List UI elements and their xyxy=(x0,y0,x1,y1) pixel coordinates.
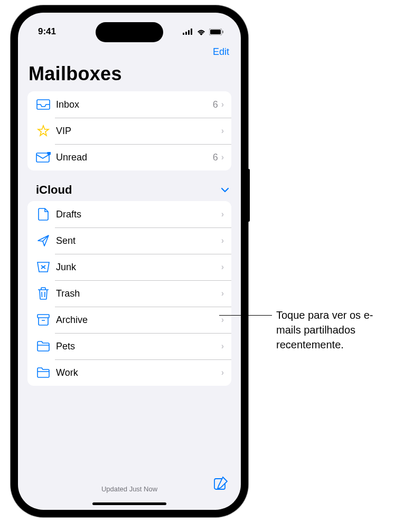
svg-rect-2 xyxy=(188,30,190,35)
chevron-right-icon: › xyxy=(221,236,224,245)
svg-rect-7 xyxy=(36,153,49,162)
trash-icon xyxy=(35,287,52,300)
mailbox-junk[interactable]: Junk › xyxy=(27,254,231,280)
chevron-right-icon: › xyxy=(221,262,224,272)
mailbox-label: Drafts xyxy=(56,209,221,220)
status-time: 9:41 xyxy=(38,26,56,37)
mailbox-work[interactable]: Work › xyxy=(27,359,231,386)
svg-rect-0 xyxy=(183,33,184,35)
svg-rect-1 xyxy=(185,32,187,35)
chevron-down-icon xyxy=(221,187,229,193)
mailbox-pets[interactable]: Pets › xyxy=(27,333,231,359)
svg-rect-3 xyxy=(191,28,192,35)
mailbox-unread[interactable]: Unread 6 › xyxy=(27,144,231,170)
svg-rect-5 xyxy=(210,30,221,34)
mailbox-label: Work xyxy=(56,367,221,378)
callout-text: Toque para ver os e-mails partilhados re… xyxy=(276,308,398,352)
svg-rect-6 xyxy=(222,31,223,33)
svg-rect-9 xyxy=(37,315,49,318)
chevron-right-icon: › xyxy=(221,289,224,298)
mailbox-label: Trash xyxy=(56,288,221,299)
section-header-label: iCloud xyxy=(36,183,72,197)
mailbox-label: Sent xyxy=(56,235,221,246)
mailbox-count: 6 xyxy=(213,152,218,163)
mailbox-count: 6 xyxy=(213,99,218,110)
update-status: Updated Just Now xyxy=(101,485,157,493)
chevron-right-icon: › xyxy=(221,368,224,377)
mailbox-inbox[interactable]: Inbox 6 › xyxy=(27,91,231,118)
junk-icon xyxy=(35,262,52,272)
sent-icon xyxy=(35,234,52,247)
mailbox-label: Inbox xyxy=(56,99,213,110)
chevron-right-icon: › xyxy=(221,210,224,219)
compose-button[interactable] xyxy=(213,476,228,491)
cellular-icon xyxy=(183,28,193,35)
inbox-icon xyxy=(35,99,52,110)
mailbox-sent[interactable]: Sent › xyxy=(27,227,231,254)
home-indicator[interactable] xyxy=(92,502,166,505)
svg-point-8 xyxy=(48,152,51,155)
nav-bar: Edit xyxy=(18,41,241,60)
mailbox-vip[interactable]: VIP › xyxy=(27,118,231,144)
archive-icon xyxy=(35,314,52,326)
top-mailboxes-section: Inbox 6 › VIP › Unread 6 › xyxy=(27,91,231,170)
folder-icon xyxy=(35,341,52,352)
wifi-icon xyxy=(196,28,206,35)
mailbox-label: Pets xyxy=(56,341,221,352)
mailbox-archive[interactable]: Archive › xyxy=(27,307,231,333)
mailbox-label: Unread xyxy=(56,152,213,163)
draft-icon xyxy=(35,208,52,221)
star-icon xyxy=(35,125,52,137)
status-indicators xyxy=(183,28,224,35)
mailbox-label: VIP xyxy=(56,126,221,137)
edit-button[interactable]: Edit xyxy=(213,46,229,58)
chevron-right-icon: › xyxy=(221,153,224,162)
chevron-right-icon: › xyxy=(221,126,224,136)
chevron-right-icon: › xyxy=(221,100,224,109)
icloud-section-header[interactable]: iCloud xyxy=(18,170,241,201)
mailbox-drafts[interactable]: Drafts › xyxy=(27,201,231,227)
callout-annotation: Toque para ver os e-mails partilhados re… xyxy=(219,308,398,352)
mailbox-trash[interactable]: Trash › xyxy=(27,280,231,307)
battery-icon xyxy=(209,28,224,35)
icloud-mailboxes-section: Drafts › Sent › Junk › xyxy=(27,201,231,386)
folder-icon xyxy=(35,367,52,378)
mailbox-label: Archive xyxy=(56,315,221,326)
unread-icon xyxy=(35,152,52,163)
page-title: Mailboxes xyxy=(18,60,241,91)
mailbox-label: Junk xyxy=(56,262,221,273)
